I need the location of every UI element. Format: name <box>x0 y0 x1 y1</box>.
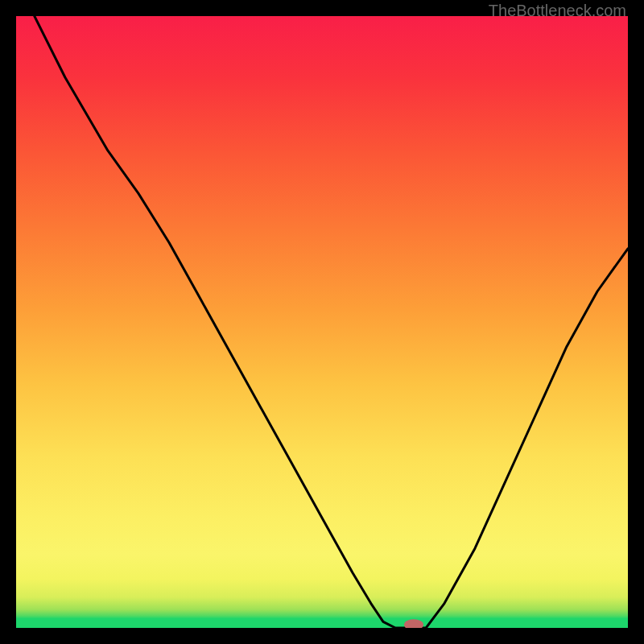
plot-area <box>16 16 628 628</box>
watermark-text: TheBottleneck.com <box>489 2 626 20</box>
gradient-background <box>16 16 628 628</box>
chart-container: TheBottleneck.com <box>0 0 644 644</box>
chart-svg <box>16 16 628 628</box>
